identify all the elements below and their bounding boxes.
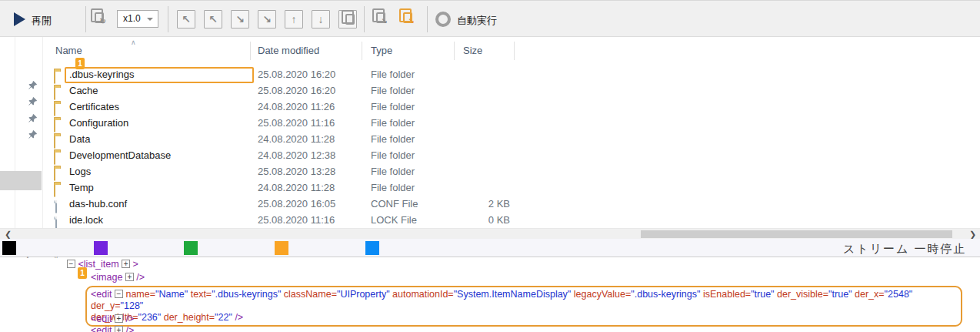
xml-attribute-value: ".dbus-keyrings" (631, 289, 700, 300)
xml-tag: /> (235, 312, 243, 323)
column-divider[interactable] (454, 42, 455, 60)
column-divider[interactable] (514, 42, 515, 60)
step-return-button[interactable]: ↘ (258, 10, 276, 29)
table-row[interactable]: Temp 24.08.2020 11:28 File folder (0, 179, 980, 196)
expander-icon[interactable]: + (115, 326, 123, 332)
file-date-modified: 25.08.2020 16:05 (258, 196, 335, 212)
sort-asc-icon: ∧ (131, 39, 136, 46)
file-date-modified: 25.08.2020 16:20 (258, 82, 335, 99)
table-row[interactable]: Certificates 24.08.2020 11:26 File folde… (0, 99, 980, 115)
step-number-badge: 1 (78, 267, 87, 279)
xml-tag: <edit (91, 325, 112, 332)
expander-icon[interactable]: + (122, 260, 130, 268)
file-date-modified: 25.08.2020 11:16 (258, 115, 335, 131)
file-list: .dbus-keyrings 25.08.2020 16:20 File fol… (0, 66, 980, 228)
file-date-modified: 24.08.2020 11:26 (258, 99, 335, 115)
step-up-button[interactable]: ↑ (285, 10, 303, 29)
file-name: Logs (69, 163, 91, 179)
expander-icon[interactable]: + (125, 273, 134, 281)
column-header-date-modified[interactable]: Date modified (258, 45, 319, 56)
file-name: Certificates (69, 99, 119, 115)
xml-tree-line[interactable]: <edit − name="Name" text=".dbus-keyrings… (91, 286, 962, 327)
expander-icon[interactable]: − (67, 260, 75, 268)
toolbar-separator (85, 6, 86, 32)
file-type: File folder (371, 99, 415, 115)
xml-attribute-value: "true" (828, 289, 852, 300)
xml-attribute-name: className= (284, 289, 337, 300)
xml-attribute-name: der_y= (91, 300, 121, 311)
xml-tag: > (133, 259, 138, 270)
step-number-badge: 1 (75, 58, 85, 69)
horizontal-scrollbar[interactable]: ❮ ❯ (0, 228, 980, 239)
expander-icon[interactable]: + (115, 314, 123, 323)
stream-marker[interactable] (365, 241, 379, 255)
pages-sync-button-active[interactable]: ↘ (403, 12, 412, 23)
resume-play-icon[interactable] (14, 12, 25, 26)
table-row[interactable]: Configuration 25.08.2020 11:16 File fold… (0, 115, 980, 131)
file-name: DevelopmentDatabase (69, 147, 171, 163)
file-explorer-panel: ∧ Name Date modified Type Size .dbus-key… (0, 37, 980, 228)
file-type: File folder (371, 66, 415, 82)
file-name: Configuration (69, 115, 128, 131)
file-name: Cache (69, 82, 98, 99)
highlighted-edit-node[interactable]: <edit − name="Name" text=".dbus-keyrings… (85, 286, 962, 327)
column-divider[interactable] (362, 42, 362, 60)
table-row[interactable]: Data 24.08.2020 11:28 File folder (0, 131, 980, 147)
file-name: ide.lock (69, 212, 103, 228)
file-type: File folder (371, 163, 415, 179)
record-circle-icon[interactable] (435, 12, 451, 27)
step-into-button[interactable]: ↖ (204, 10, 222, 29)
xml-attribute-value: "true" (751, 289, 774, 300)
scroll-left-icon[interactable]: ❮ (5, 229, 12, 240)
zoom-reset-button[interactable]: ↻ (95, 12, 104, 23)
xml-tree-line[interactable]: <image + /> 1 (91, 272, 145, 283)
zoom-level-select[interactable]: x1.0 (117, 10, 158, 28)
column-header-size[interactable]: Size (463, 45, 482, 56)
pages-icon (345, 14, 355, 25)
scroll-right-icon[interactable]: ❯ (969, 229, 976, 240)
scrollbar-thumb[interactable] (641, 230, 952, 238)
xml-tree-line[interactable]: <edit + /> (91, 325, 134, 332)
autorun-button[interactable]: 自動実行 (457, 14, 497, 28)
table-row[interactable]: das-hub.conf 25.08.2020 16:05 CONF File … (0, 196, 980, 212)
pages-refresh-icon: ↻ (95, 12, 104, 23)
file-type: File folder (371, 179, 415, 196)
xml-attribute-value: ".dbus-keyrings" (212, 289, 281, 300)
selection-highlight-box (65, 67, 254, 83)
file-type: File folder (371, 82, 415, 99)
step-down-button[interactable]: ↓ (312, 10, 330, 29)
column-header-type[interactable]: Type (371, 45, 392, 56)
xml-attribute-name: name= (125, 289, 155, 300)
app-window: 再開 ↻ x1.0 ↖↖↘↘↑↓ ↘ ↘ 自動実行 (0, 0, 980, 332)
table-row[interactable]: ide.lock 25.08.2020 11:16 LOCK File 0 KB (0, 212, 980, 228)
table-row[interactable]: DevelopmentDatabase 24.08.2020 12:38 Fil… (0, 147, 980, 163)
toolbar-separator (364, 6, 365, 32)
xml-attribute-value: "Name" (155, 289, 188, 300)
stream-marker[interactable] (2, 241, 16, 255)
resume-button[interactable]: 再開 (32, 14, 52, 28)
toolbar-separator (168, 6, 168, 32)
xml-attribute-name: der_x= (855, 289, 885, 300)
file-type: File folder (371, 131, 415, 147)
stream-status-label: ストリーム 一時停止 (843, 242, 967, 257)
stream-timeline: ストリーム 一時停止 ∧ ∨ (0, 239, 980, 257)
step-out-button[interactable]: ↖ (177, 10, 195, 29)
file-date-modified: 25.08.2020 16:20 (258, 66, 335, 82)
arrow-orange-icon: ↘ (408, 17, 415, 25)
table-row[interactable]: Logs 25.08.2020 13:28 File folder (0, 163, 980, 179)
xml-attribute-value: "128" (121, 300, 144, 311)
pages-list-button[interactable] (338, 10, 357, 29)
file-date-modified: 25.08.2020 11:16 (258, 212, 335, 228)
stream-marker[interactable] (275, 241, 288, 255)
stream-marker[interactable] (184, 241, 198, 255)
pages-forward-button[interactable]: ↘ (376, 12, 385, 23)
expander-icon[interactable]: − (115, 290, 123, 298)
toolbar-separator (427, 6, 428, 32)
table-row[interactable]: Cache 25.08.2020 16:20 File folder (0, 82, 980, 99)
column-header-name[interactable]: Name (55, 45, 82, 56)
xml-attribute-name: text= (191, 289, 212, 300)
column-divider[interactable] (250, 42, 251, 60)
stream-marker[interactable] (94, 241, 108, 255)
xml-tree-line[interactable]: <edit + /> (91, 314, 134, 325)
step-over-button[interactable]: ↘ (231, 10, 249, 29)
